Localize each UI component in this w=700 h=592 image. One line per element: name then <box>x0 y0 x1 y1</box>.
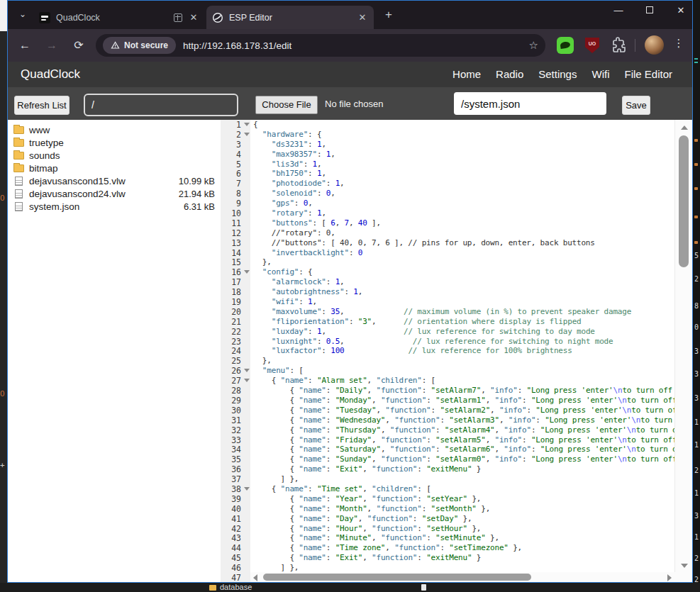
file-size: 6.31 kB <box>184 201 215 212</box>
close-tab-icon[interactable]: ✕ <box>188 12 199 23</box>
line-number: 34 <box>221 445 250 454</box>
code-line: "fliporientation": "3", // orientation w… <box>253 317 674 327</box>
background-text-fragment <box>694 163 698 166</box>
code-line: "luxnight": 0.5, // lux reference for sw… <box>253 337 674 347</box>
file-name: dejavusanscond15.vlw <box>29 176 179 186</box>
code-line: "autobrightness": 1, <box>253 287 674 297</box>
fold-toggle-icon[interactable] <box>244 487 250 491</box>
code-line: { "name": "Tuesday", "function": "setAla… <box>253 406 674 415</box>
background-text-fragment: O <box>0 194 5 203</box>
profile-avatar[interactable] <box>645 35 664 55</box>
line-number: 35 <box>221 454 250 464</box>
url-text[interactable]: http://192.168.178.31/edit <box>183 40 529 51</box>
line-number: 2 <box>221 130 250 140</box>
code-line: { "name": "Monday", "function": "setAlar… <box>253 396 674 406</box>
file-tree-file[interactable]: dejavusanscond24.vlw21.94 kB <box>8 187 221 200</box>
quadclock-favicon-icon <box>39 12 50 23</box>
folder-icon <box>13 139 24 147</box>
editor-toolbar: Refresh List Choose File No file chosen … <box>8 87 692 120</box>
tab-indicator-icon <box>174 13 182 22</box>
background-text-fragment <box>694 187 698 190</box>
code-line: { "name": "Year", "function": "setYear" … <box>253 494 674 504</box>
line-number: 37 <box>221 474 250 484</box>
tab-strip: ⌄ QuadClock ✕ ESP Editor ✕ + — ✕ <box>8 1 692 29</box>
line-number: 8 <box>221 189 250 199</box>
code-line: "maxvolume": 35, // maximum volume (in %… <box>253 307 674 317</box>
nav-link-settings[interactable]: Settings <box>538 68 577 80</box>
scroll-down-arrow-icon[interactable] <box>681 564 688 568</box>
choose-file-button[interactable]: Choose File <box>255 96 318 114</box>
address-bar[interactable]: Not secure http://192.168.178.31/edit ☆ <box>96 34 545 57</box>
code-line: { "name": "Minute", "function": "setMinu… <box>253 533 674 543</box>
reload-button[interactable]: ⟳ <box>70 37 87 54</box>
save-button[interactable]: Save <box>622 96 650 115</box>
not-secure-chip[interactable]: Not secure <box>103 37 176 54</box>
bookmark-star-icon[interactable]: ☆ <box>529 39 538 52</box>
file-tree-file[interactable]: system.json6.31 kB <box>8 200 221 213</box>
background-text-fragment: 3 <box>694 394 699 402</box>
refresh-list-button[interactable]: Refresh List <box>14 96 70 115</box>
tab-esp-editor[interactable]: ESP Editor ✕ <box>206 6 374 29</box>
file-name: system.json <box>29 201 184 212</box>
minimize-button[interactable]: — <box>611 5 626 16</box>
background-text-fragment <box>694 216 698 218</box>
adblock-extension-icon[interactable] <box>557 37 574 54</box>
line-number: 21 <box>221 317 250 327</box>
line-number: 17 <box>221 277 250 287</box>
file-tree-folder[interactable]: bitmap <box>8 162 221 174</box>
nav-link-wifi[interactable]: Wifi <box>591 68 609 80</box>
line-number: 46 <box>221 563 250 573</box>
fold-toggle-icon[interactable] <box>244 133 250 136</box>
background-window-left-sliver: OO+ <box>0 0 7 592</box>
line-number: 31 <box>221 415 250 425</box>
back-button[interactable]: ← <box>16 37 33 54</box>
code-editor[interactable]: 1234567891011121314151617181920212223242… <box>221 120 692 582</box>
file-tree-folder[interactable]: truetype <box>8 136 221 149</box>
extensions-puzzle-icon[interactable] <box>611 37 628 54</box>
fold-toggle-icon[interactable] <box>244 379 250 382</box>
fold-toggle-icon[interactable] <box>244 123 250 126</box>
file-tree-file[interactable]: dejavusanscond15.vlw10.99 kB <box>8 174 221 187</box>
scroll-left-arrow-icon[interactable] <box>253 574 257 581</box>
nav-link-home[interactable]: Home <box>452 68 481 80</box>
code-line: "menu": [ <box>253 366 674 376</box>
line-number: 26 <box>221 366 250 376</box>
editor-code-area[interactable]: { "hardware": { "ds3231": 1, "max98357":… <box>250 120 674 572</box>
tab-title: QuadClock <box>56 13 174 23</box>
scroll-up-arrow-icon[interactable] <box>681 125 688 130</box>
fold-toggle-icon[interactable] <box>244 369 250 372</box>
background-text-fragment: 2 <box>694 467 699 474</box>
vertical-scrollbar[interactable] <box>674 120 692 572</box>
nav-link-file-editor[interactable]: File Editor <box>624 68 672 80</box>
warning-icon <box>111 41 120 50</box>
fold-toggle-icon[interactable] <box>244 270 250 274</box>
background-text-fragment: 1 <box>694 418 699 426</box>
forward-button[interactable]: → <box>43 37 60 54</box>
close-tab-icon[interactable]: ✕ <box>357 12 368 23</box>
line-number: 20 <box>221 307 250 317</box>
code-line: "gps": 0, <box>253 199 674 208</box>
tab-search-button[interactable]: ⌄ <box>13 7 32 23</box>
site-brand[interactable]: QuadClock <box>21 67 80 82</box>
file-tree-folder[interactable]: sounds <box>8 149 221 162</box>
folder-icon <box>13 152 24 160</box>
site-nav: HomeRadioSettingsWifiFile Editor <box>452 68 687 81</box>
ublock-extension-icon[interactable]: UO <box>584 37 601 54</box>
close-window-button[interactable]: ✕ <box>674 5 688 16</box>
filename-input[interactable] <box>454 92 606 115</box>
maximize-button[interactable] <box>643 5 657 16</box>
file-tree-folder[interactable]: www <box>8 123 221 136</box>
horizontal-scrollbar[interactable] <box>250 572 674 582</box>
vertical-scrollbar-thumb[interactable] <box>679 135 689 267</box>
background-white-fragment <box>421 584 426 591</box>
nav-link-radio[interactable]: Radio <box>496 68 523 80</box>
background-text-fragment: 1 <box>694 533 699 541</box>
horizontal-scrollbar-thumb[interactable] <box>263 574 531 581</box>
path-input[interactable] <box>84 94 238 116</box>
tab-quadclock[interactable]: QuadClock ✕ <box>33 6 205 29</box>
line-number: 14 <box>221 248 250 258</box>
scroll-right-arrow-icon[interactable] <box>667 574 672 581</box>
new-tab-button[interactable]: + <box>379 8 398 23</box>
browser-menu-icon[interactable]: ⋮ <box>673 37 684 50</box>
browser-window: ⌄ QuadClock ✕ ESP Editor ✕ + — ✕ <box>7 0 693 583</box>
